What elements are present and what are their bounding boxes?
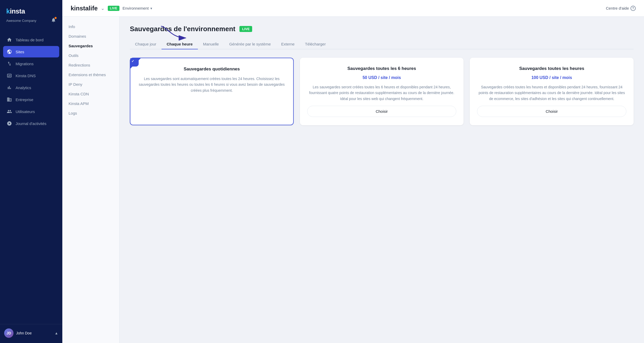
sidebar-label-migrations: Migrations: [16, 62, 33, 66]
card-quotidienne[interactable]: Sauvegardes quotidiennes Les sauvegardes…: [130, 58, 294, 125]
top-header: kinstalife ⌄ LIVE Environnement ▾ Centre…: [62, 0, 644, 17]
tab-generee[interactable]: Générée par le système: [224, 39, 276, 49]
sidebar-label-journal: Journal d'activités: [16, 121, 46, 126]
page-content: Sauvegardes de l'environnement LIVE: [119, 17, 644, 343]
sub-nav-ip-deny[interactable]: IP Deny: [62, 80, 119, 89]
help-label: Centre d'aide: [606, 6, 629, 10]
card-six-heures-button[interactable]: Choisir: [307, 106, 457, 117]
env-chevron-icon: ▾: [150, 6, 152, 10]
sites-icon: [7, 49, 12, 54]
sub-nav-kinsta-cdn[interactable]: Kinsta CDN: [62, 89, 119, 99]
tab-externe[interactable]: Externe: [276, 39, 300, 49]
sidebar-label-analytics: Analytics: [16, 85, 31, 90]
page-title: Sauvegardes de l'environnement: [130, 25, 235, 33]
users-icon: [7, 109, 12, 114]
user-footer: JD John Doe ▲: [0, 324, 62, 343]
user-profile[interactable]: JD John Doe: [4, 328, 32, 338]
entreprise-icon: [7, 97, 12, 102]
sidebar-item-migrations[interactable]: Migrations: [3, 58, 59, 69]
backup-cards-grid: Sauvegardes quotidiennes Les sauvegardes…: [130, 58, 634, 125]
sidebar-item-sites[interactable]: Sites: [3, 46, 59, 57]
sidebar-label-entreprise: Entreprise: [16, 97, 33, 102]
sidebar-item-tableau[interactable]: Tableau de bord: [3, 34, 59, 45]
env-label: Environnement: [123, 6, 149, 10]
card-toutes-heures-title: Sauvegardes toutes les heures: [477, 66, 626, 71]
main-content: kinstalife ⌄ LIVE Environnement ▾ Centre…: [62, 0, 644, 343]
card-toutes-heures[interactable]: Sauvegardes toutes les heures 100 USD / …: [470, 58, 634, 125]
sub-nav-redirections[interactable]: Redirections: [62, 60, 119, 70]
dns-icon: [7, 73, 12, 78]
sidebar-item-journal[interactable]: Journal d'activités: [3, 118, 59, 129]
journal-icon: [7, 121, 12, 126]
sidebar-item-dns[interactable]: Kinsta DNS: [3, 70, 59, 81]
card-six-heures[interactable]: Sauvegardes toutes les 6 heures 50 USD /…: [300, 58, 464, 125]
chevron-up-icon[interactable]: ▲: [55, 331, 58, 335]
home-icon: [7, 37, 12, 42]
card-six-heures-description: Les sauvegardes seront créées toutes les…: [307, 84, 457, 102]
card-toutes-heures-button[interactable]: Choisir: [477, 106, 626, 117]
card-quotidienne-title: Sauvegardes quotidiennes: [138, 67, 286, 72]
card-six-heures-price: 50 USD / site / mois: [307, 75, 457, 80]
environment-selector[interactable]: Environnement ▾: [123, 6, 152, 10]
help-circle-icon: ?: [630, 6, 636, 11]
content-layout: Info Domaines Sauvegardes Outils Redirec…: [62, 17, 644, 343]
page-header: Sauvegardes de l'environnement LIVE: [130, 25, 634, 33]
selected-checkmark: [130, 58, 141, 69]
analytics-icon: [7, 85, 12, 90]
sub-sidebar: Info Domaines Sauvegardes Outils Redirec…: [62, 17, 119, 343]
tab-chaque-jour[interactable]: Chaque jour: [130, 39, 162, 49]
sidebar-label-tableau: Tableau de bord: [16, 38, 44, 42]
company-name: Awesome Company: [6, 19, 36, 23]
site-title-area: kinstalife ⌄ LIVE Environnement ▾: [71, 5, 152, 12]
tabs-wrapper: Chaque jour Chaque heure Manuelle Généré…: [130, 39, 634, 49]
sidebar-nav: Tableau de bord Sites Migrations Kinsta …: [0, 32, 62, 324]
sub-nav-extensions[interactable]: Extensions et thèmes: [62, 70, 119, 80]
tab-manuelle[interactable]: Manuelle: [198, 39, 224, 49]
help-center-button[interactable]: Centre d'aide ?: [606, 6, 636, 11]
sidebar-logo-area: kkinstainsta Awesome Company: [0, 0, 62, 32]
migrations-icon: [7, 61, 12, 66]
live-badge-page: LIVE: [239, 26, 252, 32]
tab-chaque-heure[interactable]: Chaque heure: [162, 39, 198, 49]
notification-bell[interactable]: [51, 17, 56, 24]
card-quotidienne-description: Les sauvegardes sont automatiquement cré…: [138, 76, 286, 93]
site-dropdown-button[interactable]: ⌄: [101, 5, 105, 11]
sidebar: kkinstainsta Awesome Company Tableau de …: [0, 0, 62, 343]
company-row: Awesome Company: [6, 17, 56, 28]
card-six-heures-title: Sauvegardes toutes les 6 heures: [307, 66, 457, 71]
sub-nav-info[interactable]: Info: [62, 22, 119, 31]
sidebar-item-utilisateurs[interactable]: Utilisateurs: [3, 106, 59, 117]
sidebar-label-utilisateurs: Utilisateurs: [16, 109, 35, 114]
card-toutes-heures-description: Sauvegardes créées toutes les heures et …: [477, 84, 626, 102]
sub-nav-outils[interactable]: Outils: [62, 51, 119, 60]
sub-nav-domaines[interactable]: Domaines: [62, 31, 119, 41]
kinsta-logo: kkinstainsta: [6, 7, 56, 15]
backup-tabs: Chaque jour Chaque heure Manuelle Généré…: [130, 39, 634, 49]
sub-nav-sauvegardes[interactable]: Sauvegardes: [62, 41, 119, 51]
tab-telecharger[interactable]: Télécharger: [300, 39, 331, 49]
live-badge-header: LIVE: [108, 6, 119, 11]
avatar: JD: [4, 328, 14, 338]
user-name: John Doe: [16, 331, 32, 335]
notification-dot: [55, 17, 57, 19]
site-name: kinstalife: [71, 5, 98, 12]
sidebar-item-analytics[interactable]: Analytics: [3, 82, 59, 93]
sidebar-item-entreprise[interactable]: Entreprise: [3, 94, 59, 105]
card-toutes-heures-price: 100 USD / site / mois: [477, 75, 626, 80]
sidebar-label-sites: Sites: [16, 50, 24, 54]
sub-nav-logs[interactable]: Logs: [62, 108, 119, 118]
sub-nav-kinsta-apm[interactable]: Kinsta APM: [62, 99, 119, 108]
sidebar-label-dns: Kinsta DNS: [16, 74, 36, 78]
